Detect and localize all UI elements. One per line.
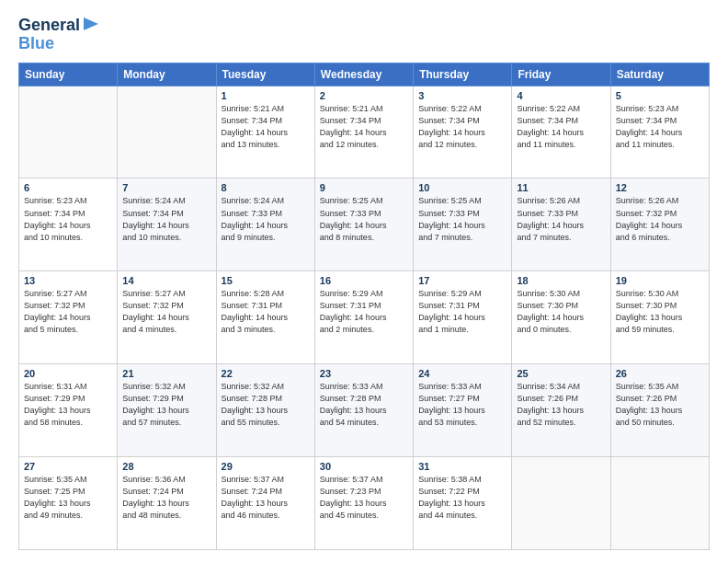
day-info: Sunrise: 5:29 AM Sunset: 7:31 PM Dayligh… — [418, 288, 506, 336]
day-number: 26 — [616, 368, 704, 379]
calendar-week-2: 6Sunrise: 5:23 AM Sunset: 7:34 PM Daylig… — [19, 178, 710, 271]
calendar-cell: 4Sunrise: 5:22 AM Sunset: 7:34 PM Daylig… — [512, 86, 610, 178]
calendar-cell — [118, 86, 216, 178]
calendar-cell: 18Sunrise: 5:30 AM Sunset: 7:30 PM Dayli… — [512, 271, 610, 364]
day-number: 25 — [517, 368, 605, 379]
day-info: Sunrise: 5:25 AM Sunset: 7:33 PM Dayligh… — [320, 195, 408, 243]
day-info: Sunrise: 5:32 AM Sunset: 7:29 PM Dayligh… — [122, 381, 210, 429]
day-number: 11 — [517, 182, 605, 193]
calendar-cell: 16Sunrise: 5:29 AM Sunset: 7:31 PM Dayli… — [314, 271, 413, 364]
calendar-cell — [512, 457, 610, 550]
day-number: 31 — [418, 461, 506, 472]
calendar-cell: 12Sunrise: 5:26 AM Sunset: 7:32 PM Dayli… — [610, 178, 709, 271]
svg-marker-0 — [84, 17, 98, 30]
day-info: Sunrise: 5:25 AM Sunset: 7:33 PM Dayligh… — [418, 195, 506, 243]
day-number: 5 — [616, 90, 704, 101]
day-info: Sunrise: 5:35 AM Sunset: 7:25 PM Dayligh… — [24, 474, 112, 522]
day-info: Sunrise: 5:27 AM Sunset: 7:32 PM Dayligh… — [122, 288, 210, 336]
day-info: Sunrise: 5:29 AM Sunset: 7:31 PM Dayligh… — [320, 288, 408, 336]
calendar-cell: 23Sunrise: 5:33 AM Sunset: 7:28 PM Dayli… — [314, 364, 413, 457]
calendar-cell: 31Sunrise: 5:38 AM Sunset: 7:22 PM Dayli… — [414, 457, 512, 550]
calendar-cell: 9Sunrise: 5:25 AM Sunset: 7:33 PM Daylig… — [314, 178, 413, 271]
calendar-week-1: 1Sunrise: 5:21 AM Sunset: 7:34 PM Daylig… — [19, 86, 710, 178]
calendar-cell: 7Sunrise: 5:24 AM Sunset: 7:34 PM Daylig… — [118, 178, 216, 271]
day-number: 19 — [616, 275, 704, 286]
calendar-cell: 8Sunrise: 5:24 AM Sunset: 7:33 PM Daylig… — [216, 178, 314, 271]
day-info: Sunrise: 5:22 AM Sunset: 7:34 PM Dayligh… — [418, 103, 506, 151]
calendar-header-monday: Monday — [118, 63, 216, 86]
day-number: 9 — [320, 182, 408, 193]
day-number: 18 — [517, 275, 605, 286]
day-info: Sunrise: 5:26 AM Sunset: 7:32 PM Dayligh… — [616, 195, 704, 243]
calendar-week-4: 20Sunrise: 5:31 AM Sunset: 7:29 PM Dayli… — [19, 364, 710, 457]
calendar-cell: 19Sunrise: 5:30 AM Sunset: 7:30 PM Dayli… — [610, 271, 709, 364]
calendar-week-5: 27Sunrise: 5:35 AM Sunset: 7:25 PM Dayli… — [19, 457, 710, 550]
day-number: 24 — [418, 368, 506, 379]
day-info: Sunrise: 5:38 AM Sunset: 7:22 PM Dayligh… — [418, 474, 506, 522]
day-info: Sunrise: 5:23 AM Sunset: 7:34 PM Dayligh… — [616, 103, 704, 151]
day-info: Sunrise: 5:28 AM Sunset: 7:31 PM Dayligh… — [222, 288, 310, 336]
day-number: 2 — [320, 90, 408, 101]
day-number: 30 — [320, 461, 408, 472]
calendar-cell: 10Sunrise: 5:25 AM Sunset: 7:33 PM Dayli… — [414, 178, 512, 271]
day-info: Sunrise: 5:21 AM Sunset: 7:34 PM Dayligh… — [320, 103, 408, 151]
calendar-cell — [610, 457, 709, 550]
calendar-header-sunday: Sunday — [19, 63, 118, 86]
day-info: Sunrise: 5:27 AM Sunset: 7:32 PM Dayligh… — [24, 288, 112, 336]
day-info: Sunrise: 5:24 AM Sunset: 7:33 PM Dayligh… — [222, 195, 310, 243]
day-number: 10 — [418, 182, 506, 193]
day-info: Sunrise: 5:33 AM Sunset: 7:28 PM Dayligh… — [320, 381, 408, 429]
calendar-cell: 11Sunrise: 5:26 AM Sunset: 7:33 PM Dayli… — [512, 178, 610, 271]
day-number: 13 — [24, 275, 112, 286]
calendar-cell: 3Sunrise: 5:22 AM Sunset: 7:34 PM Daylig… — [414, 86, 512, 178]
day-info: Sunrise: 5:30 AM Sunset: 7:30 PM Dayligh… — [517, 288, 605, 336]
day-info: Sunrise: 5:37 AM Sunset: 7:23 PM Dayligh… — [320, 474, 408, 522]
calendar-header-friday: Friday — [512, 63, 610, 86]
logo-arrow-icon — [84, 17, 98, 30]
calendar-cell: 14Sunrise: 5:27 AM Sunset: 7:32 PM Dayli… — [118, 271, 216, 364]
calendar-header-wednesday: Wednesday — [314, 63, 413, 86]
day-info: Sunrise: 5:21 AM Sunset: 7:34 PM Dayligh… — [222, 103, 310, 151]
calendar-header-thursday: Thursday — [414, 63, 512, 86]
day-info: Sunrise: 5:32 AM Sunset: 7:28 PM Dayligh… — [222, 381, 310, 429]
day-info: Sunrise: 5:33 AM Sunset: 7:27 PM Dayligh… — [418, 381, 506, 429]
day-info: Sunrise: 5:24 AM Sunset: 7:34 PM Dayligh… — [122, 195, 210, 243]
calendar-cell: 1Sunrise: 5:21 AM Sunset: 7:34 PM Daylig… — [216, 86, 314, 178]
day-number: 8 — [222, 182, 310, 193]
day-number: 28 — [122, 461, 210, 472]
day-info: Sunrise: 5:23 AM Sunset: 7:34 PM Dayligh… — [24, 195, 112, 243]
calendar-cell: 2Sunrise: 5:21 AM Sunset: 7:34 PM Daylig… — [314, 86, 413, 178]
day-number: 23 — [320, 368, 408, 379]
day-info: Sunrise: 5:31 AM Sunset: 7:29 PM Dayligh… — [24, 381, 112, 429]
day-number: 3 — [418, 90, 506, 101]
page: General Blue SundayMondayTuesdayWednesda… — [0, 0, 728, 563]
calendar-header-row: SundayMondayTuesdayWednesdayThursdayFrid… — [19, 63, 710, 86]
calendar-cell: 17Sunrise: 5:29 AM Sunset: 7:31 PM Dayli… — [414, 271, 512, 364]
calendar-cell: 26Sunrise: 5:35 AM Sunset: 7:26 PM Dayli… — [610, 364, 709, 457]
calendar-cell: 13Sunrise: 5:27 AM Sunset: 7:32 PM Dayli… — [19, 271, 118, 364]
day-number: 29 — [222, 461, 310, 472]
day-info: Sunrise: 5:34 AM Sunset: 7:26 PM Dayligh… — [517, 381, 605, 429]
calendar-cell: 22Sunrise: 5:32 AM Sunset: 7:28 PM Dayli… — [216, 364, 314, 457]
day-info: Sunrise: 5:22 AM Sunset: 7:34 PM Dayligh… — [517, 103, 605, 151]
calendar-cell: 20Sunrise: 5:31 AM Sunset: 7:29 PM Dayli… — [19, 364, 118, 457]
calendar-cell: 25Sunrise: 5:34 AM Sunset: 7:26 PM Dayli… — [512, 364, 610, 457]
day-number: 4 — [517, 90, 605, 101]
calendar-cell: 5Sunrise: 5:23 AM Sunset: 7:34 PM Daylig… — [610, 86, 709, 178]
day-number: 17 — [418, 275, 506, 286]
day-number: 16 — [320, 275, 408, 286]
day-number: 22 — [222, 368, 310, 379]
day-number: 27 — [24, 461, 112, 472]
header: General Blue — [18, 17, 710, 53]
calendar-week-3: 13Sunrise: 5:27 AM Sunset: 7:32 PM Dayli… — [19, 271, 710, 364]
calendar-cell: 21Sunrise: 5:32 AM Sunset: 7:29 PM Dayli… — [118, 364, 216, 457]
day-number: 6 — [24, 182, 112, 193]
day-number: 1 — [222, 90, 310, 101]
day-info: Sunrise: 5:35 AM Sunset: 7:26 PM Dayligh… — [616, 381, 704, 429]
calendar-cell: 27Sunrise: 5:35 AM Sunset: 7:25 PM Dayli… — [19, 457, 118, 550]
logo-text-line2: Blue — [18, 35, 54, 53]
logo: General Blue — [18, 17, 98, 53]
logo-text-line1: General — [18, 17, 80, 35]
calendar-cell: 24Sunrise: 5:33 AM Sunset: 7:27 PM Dayli… — [414, 364, 512, 457]
day-info: Sunrise: 5:37 AM Sunset: 7:24 PM Dayligh… — [222, 474, 310, 522]
